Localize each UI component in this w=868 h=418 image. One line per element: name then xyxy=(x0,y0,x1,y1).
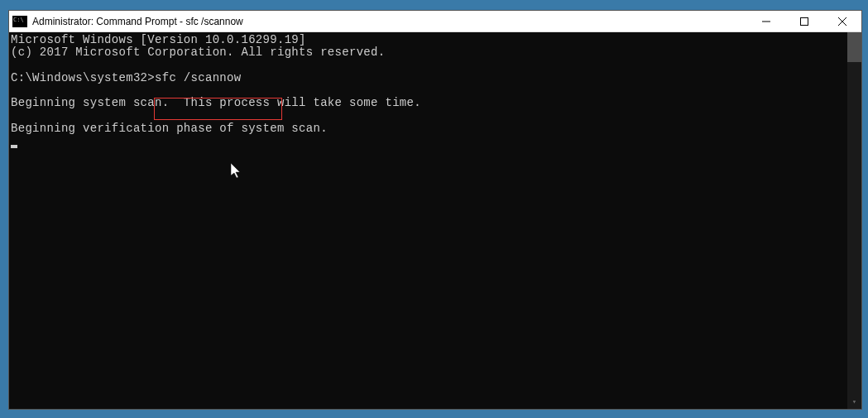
cmd-icon xyxy=(12,16,27,27)
mouse-cursor-icon xyxy=(231,163,242,180)
titlebar[interactable]: Administrator: Command Prompt - sfc /sca… xyxy=(9,11,861,32)
version-line: Microsoft Windows [Version 10.0.16299.19… xyxy=(11,33,306,46)
close-icon xyxy=(838,17,846,26)
minimize-icon xyxy=(762,17,770,26)
maximize-icon xyxy=(800,17,808,26)
close-button[interactable] xyxy=(823,11,861,31)
window-controls xyxy=(747,11,861,31)
vertical-scrollbar[interactable]: ▾ xyxy=(847,32,861,409)
command-text: sfc /scannow xyxy=(155,71,241,84)
prompt-text: C:\Windows\system32> xyxy=(11,71,155,84)
scrollbar-thumb[interactable] xyxy=(847,32,861,62)
command-prompt-window: Administrator: Command Prompt - sfc /sca… xyxy=(8,10,862,410)
minimize-button[interactable] xyxy=(747,11,785,31)
window-title: Administrator: Command Prompt - sfc /sca… xyxy=(32,16,747,27)
text-cursor xyxy=(11,145,17,148)
copyright-line: (c) 2017 Microsoft Corporation. All righ… xyxy=(11,46,385,59)
svg-rect-1 xyxy=(801,17,808,25)
maximize-button[interactable] xyxy=(785,11,823,31)
verification-line: Beginning verification phase of system s… xyxy=(11,122,328,135)
terminal-content: Microsoft Windows [Version 10.0.16299.19… xyxy=(9,32,861,150)
scan-begin-line: Beginning system scan. This process will… xyxy=(11,96,421,109)
scrollbar-down-arrow[interactable]: ▾ xyxy=(847,395,861,409)
terminal-body[interactable]: Microsoft Windows [Version 10.0.16299.19… xyxy=(9,32,861,409)
